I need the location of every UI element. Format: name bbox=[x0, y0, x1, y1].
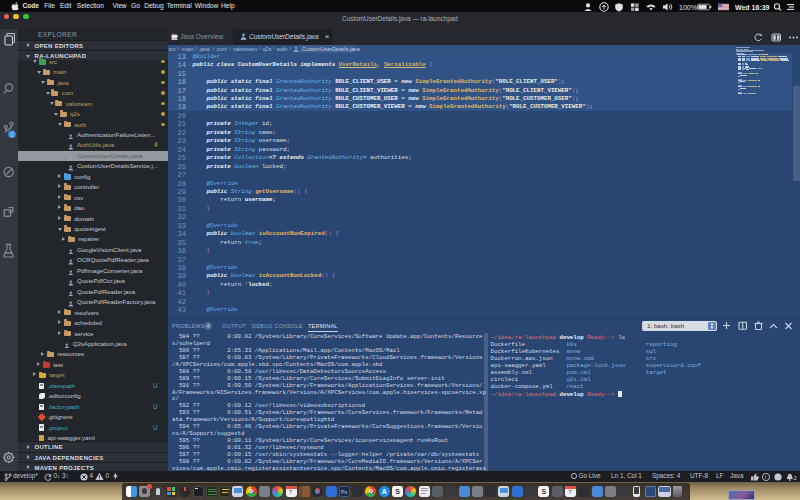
svg-text:100%: 100% bbox=[679, 3, 697, 10]
svg-text:2: 2 bbox=[794, 474, 798, 480]
svg-text:i: i bbox=[765, 474, 766, 480]
svg-text:0: 0 bbox=[10, 131, 14, 138]
svg-text:Wed 16:39: Wed 16:39 bbox=[735, 3, 770, 10]
